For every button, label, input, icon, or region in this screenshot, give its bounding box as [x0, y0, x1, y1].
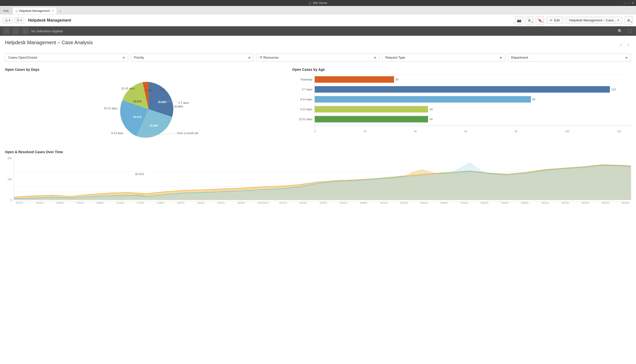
snapshot-btn[interactable]: 📷: [515, 16, 523, 24]
bar-row-22-31: 22-31 days 43: [315, 114, 631, 124]
x-time-29: 05/03/2...: [601, 202, 611, 204]
grid-view-btn[interactable]: ⊞ ▾: [624, 16, 633, 24]
pie-label-over-month: Over a month old: [177, 132, 198, 134]
pie-label-15-21: 15-21 days: [104, 107, 118, 110]
x-time-7: 11/30/2...: [157, 202, 166, 204]
filter-department[interactable]: Department ▶: [508, 54, 631, 62]
filter-priority-arrow: ▶: [249, 56, 251, 59]
bar-row-2-7: 2-7 days 112: [315, 84, 631, 94]
x-time-25: 04/05/2...: [521, 202, 530, 204]
bar-chart-area: Yesterday 30 2-7 days 112 8-: [315, 74, 631, 129]
filter-request-arrow: ▶: [500, 56, 502, 59]
title-bar: Q Qlik Sense □ — ✕: [0, 0, 636, 6]
selections-caret: ▾: [20, 18, 22, 22]
x-time-23: 03/22/2...: [481, 202, 490, 204]
x-label-20: 20: [364, 130, 366, 133]
insights-caret: ▾: [9, 18, 10, 22]
x-time-1: 10/19/2...: [36, 202, 45, 204]
bar-fill-22-31: 43: [315, 116, 428, 122]
x-time-10: 12/21/2...: [217, 202, 227, 204]
pie-chart-title: Open Cases by Days: [5, 68, 287, 72]
bar-label-22-31: 22-31 days: [292, 118, 312, 121]
x-time-13: 01/11/2...: [279, 202, 289, 204]
x-time-14: 01/19/2...: [299, 202, 309, 204]
pie-chart-section: Open Cases by Days 2-7 days 26.: [5, 68, 287, 144]
bookmark-btn[interactable]: 🔖 ▾: [536, 16, 544, 24]
bar-fill-2-7: 112: [315, 86, 610, 92]
x-label-80: 80: [515, 130, 517, 133]
sel-clear-icon: ⬚: [24, 30, 27, 33]
pie-pct-2-7: 26.88%: [174, 105, 183, 108]
x-time-2: 10/26/2...: [56, 202, 65, 204]
app-name-button[interactable]: Helpdesk Management – Case... ▾: [565, 17, 622, 24]
sel-back-btn[interactable]: ⬚: [3, 28, 10, 34]
filter-request-type[interactable]: Request Type ▶: [382, 54, 505, 62]
bar-label-5-21: 5-21 days: [292, 108, 312, 111]
toolbar-title: Helpdesk Management: [28, 18, 513, 22]
bar-row-5-21: 5-21 days 43: [315, 104, 631, 114]
filter-dept-arrow: ▶: [626, 56, 628, 59]
x-label-40: 40: [414, 130, 417, 133]
bar-x-axis: 0 20 40 60 80 100 120: [315, 130, 631, 133]
nav-next-btn[interactable]: ›: [625, 41, 631, 48]
filter-cases-arrow: ▶: [123, 56, 125, 59]
pie-inner-pct-22-31: 7.19%: [145, 89, 152, 92]
nav-prev-btn[interactable]: ‹: [618, 41, 623, 48]
qlik-logo: Q: [309, 1, 311, 5]
edit-button[interactable]: ✏ Edit: [546, 17, 563, 24]
x-label-100: 100: [565, 130, 569, 133]
page-title: Helpdesk Management – Case Analysis: [5, 40, 93, 46]
app-name-text: Helpdesk Management – Case...: [569, 18, 616, 22]
bookmark-icon: 🔖: [538, 18, 542, 22]
bar-value-22-31: 43: [430, 118, 432, 121]
pie-inner-pct-over: 25.66%: [150, 124, 158, 127]
toolbar: ◎ ▾ ☰ ▾ Helpdesk Management 📷 🖥 ▾ 🔖 ▾ ✏ …: [0, 14, 636, 26]
main-content: Helpdesk Management – Case Analysis ‹ › …: [0, 36, 636, 364]
pie-label-22-31: 22-31 days: [121, 87, 135, 90]
bar-chart-title: Open Cases by Age: [292, 68, 631, 72]
x-label-60: 60: [464, 130, 467, 133]
close-btn[interactable]: ✕: [631, 1, 634, 5]
bar-fill-5-21: 43: [315, 106, 428, 112]
pie-chart-container: 2-7 days 26.88% Over a month old 8-14 da…: [5, 74, 287, 144]
window-controls[interactable]: □ — ✕: [624, 1, 634, 5]
expand-btn[interactable]: ⛶: [626, 28, 633, 34]
title-bar-text: Qlik Sense: [313, 1, 327, 5]
pie-pct-22-31: 7.19%: [157, 88, 165, 91]
pie-inner-pct-2-7: 26.88%: [158, 101, 167, 104]
search-btn[interactable]: 🔍: [616, 28, 624, 34]
filter-dept-label: Department: [511, 56, 528, 59]
present-btn[interactable]: 🖥 ▾: [525, 16, 534, 24]
selections-btn[interactable]: ☰ ▾: [15, 18, 24, 23]
helpdesk-tab-label: Helpdesk Management: [19, 9, 50, 13]
sel-forward-btn[interactable]: ⬚: [13, 28, 19, 34]
grid-icon: ⊞: [627, 18, 630, 22]
tab-close-btn[interactable]: ✕: [52, 10, 54, 12]
time-chart-title: Open & Resolved Cases Over Time: [5, 150, 631, 154]
minimize-btn[interactable]: —: [627, 1, 630, 5]
filter-priority[interactable]: Priority ▶: [131, 54, 254, 62]
tab-hub[interactable]: Hub: [0, 7, 12, 14]
x-label-0: 0: [315, 130, 316, 133]
x-time-3: 11/02/2...: [76, 202, 86, 204]
filters-row: Cases Open/Closed ▶ Priority ▶ IT Resour…: [5, 54, 631, 62]
sel-clear-btn[interactable]: ⬚: [22, 28, 29, 34]
tab-add-btn[interactable]: +: [57, 8, 63, 14]
tab-helpdesk[interactable]: Q Helpdesk Management ✕: [13, 7, 57, 14]
x-time-20: 03/01/2...: [420, 202, 430, 204]
x-time-5: 11/16/2...: [116, 202, 126, 204]
insights-btn[interactable]: ◎ ▾: [3, 18, 13, 23]
filter-it-resources[interactable]: IT Resources ▶: [256, 54, 380, 62]
x-time-26: 04/12/2...: [541, 202, 550, 204]
bar-chart-section: Open Cases by Age Yesterday 30: [292, 68, 631, 144]
x-time-11: 12/28/2...: [237, 202, 247, 204]
pie-label-2-7: 2-7 days: [178, 101, 189, 104]
bar-label-8-14: 8-14 days: [292, 98, 312, 101]
time-x-axis: 10/12/2... 10/19/2... 10/26/2... 11/02/2…: [5, 202, 631, 204]
x-time-9: 12/14/2...: [197, 202, 206, 204]
filter-cases-open-closed[interactable]: Cases Open/Closed ▶: [5, 54, 128, 62]
insights-icon: ◎: [5, 18, 8, 22]
restore-btn[interactable]: □: [624, 1, 625, 5]
x-time-12: 01/04/2014: [257, 202, 269, 204]
bar-fill-yesterday: 30: [315, 76, 394, 83]
